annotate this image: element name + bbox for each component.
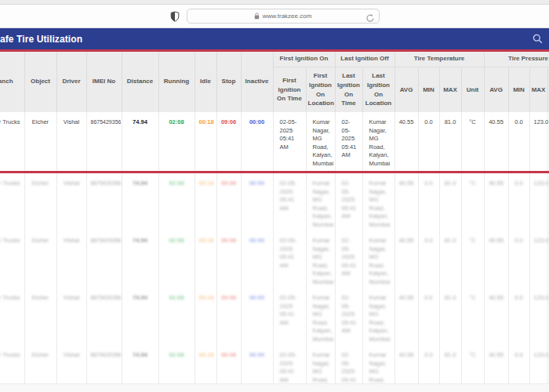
table-cell: 0.0 — [510, 113, 529, 127]
table-cell: °C — [463, 346, 483, 360]
table-row-blurred: Eicher TrucksEicherVishal8675429356..74.… — [0, 288, 549, 345]
table-cell: Eicher — [26, 346, 56, 360]
table-cell: 00:18 — [195, 230, 216, 288]
table-cell: 02:08 — [160, 289, 194, 303]
table-cell: Eicher Trucks — [0, 173, 24, 230]
table-cell: 0.0 — [420, 174, 438, 188]
table-cell: 40.55 — [396, 346, 417, 360]
column-header-tire-pressure-avg: AVG — [484, 67, 508, 113]
table-cell: 40.55 — [396, 113, 417, 127]
group-header-tire-temperature: Tire Temperature — [394, 51, 484, 67]
table-cell: 40.55 — [485, 174, 507, 188]
table-cell: Vishal — [58, 113, 85, 127]
table-cell: 02:08 — [160, 174, 194, 188]
column-header-tire-temperature-avg: AVG — [394, 67, 418, 113]
table-cell: 09:06 — [216, 288, 241, 345]
table-cell: Eicher — [26, 113, 56, 127]
table-cell: 123.0 — [531, 174, 547, 188]
table-cell: 00:00 — [242, 113, 272, 127]
shield-icon[interactable] — [170, 11, 180, 22]
table-cell: °C — [463, 231, 483, 245]
table-cell: 74.94 — [123, 174, 158, 188]
table-cell: Vishal — [58, 289, 85, 303]
column-header-first-ignition-on-first-ignition-on-time: First Ignition On Time — [273, 67, 306, 113]
table-cell: 00:00 — [242, 346, 272, 360]
table-cell: Kumar Nagar, MG Road, Kalyan, Mumbai — [364, 113, 394, 168]
table-cell: 0.0 — [510, 289, 529, 303]
table-cell: Eicher — [24, 112, 56, 173]
table-row-blurred: Eicher TrucksEicherVishal8675429356..74.… — [0, 173, 549, 230]
table-cell: 00:00 — [241, 112, 273, 173]
table-cell: Kumar Nagar, MG Road, Kalyan, Mumbai — [306, 173, 335, 230]
table-cell: 74.94 — [122, 230, 158, 288]
table-cell: 02:08 — [160, 231, 194, 245]
table-cell: Eicher — [24, 288, 56, 345]
table-cell: 02-05-2025 05:41 AM — [336, 174, 362, 221]
table-cell: 40.55 — [484, 173, 508, 230]
table-cell: 0.0 — [508, 288, 529, 345]
table-cell: 00:00 — [241, 288, 273, 345]
column-header-tire-temperature-unit: Unit — [461, 67, 484, 113]
table-cell: Kumar Nagar, MG Road, Kalyan, Mumbai — [362, 288, 394, 345]
table-cell: 00:00 — [241, 173, 273, 230]
table-cell: Kumar Nagar, MG Road, Kalyan, Mumbai — [306, 112, 335, 173]
page-title: afe Tire Utilization — [0, 34, 82, 45]
table-cell: 00:18 — [195, 112, 216, 173]
search-icon[interactable] — [533, 34, 543, 44]
table-cell: 00:18 — [196, 113, 216, 127]
table-cell: 02-05-2025 05:41 AM — [335, 112, 362, 173]
table-cell: Vishal — [58, 346, 85, 360]
table-cell: 02-05-2025 05:41 AM — [273, 112, 306, 173]
tire-utilization-table: BranchObjectDriverIMEI NoDistanceRunning… — [0, 51, 549, 392]
table-cell: 00:18 — [195, 288, 216, 345]
table-cell: 123.0 — [531, 113, 547, 127]
table-cell: Kumar Nagar, MG Road, Kalyan, Mumbai — [306, 230, 335, 288]
table-cell: 02-05-2025 05:41 AM — [273, 288, 306, 345]
url-text[interactable]: www.trakzee.com — [263, 13, 312, 20]
table-cell: 02-05-2025 05:41 AM — [274, 174, 305, 212]
browser-window: www.trakzee.com afe Tire Utilization Bra… — [0, 0, 549, 392]
table-cell: 00:18 — [196, 231, 216, 245]
column-header-tire-pressure-max: MAX — [529, 67, 547, 113]
table-cell: 02:08 — [158, 173, 195, 230]
column-header-object: Object — [24, 51, 56, 112]
reload-icon[interactable] — [365, 12, 375, 26]
table-cell: Eicher Trucks — [0, 230, 24, 288]
table-cell: Eicher — [26, 289, 56, 303]
table-cell: 8675429356.. — [88, 113, 121, 126]
table-cell: Kumar Nagar, MG Road, Kalyan, Mumbai — [306, 288, 335, 345]
table-cell: 40.55 — [394, 112, 418, 173]
table-cell: 81.0 — [441, 113, 460, 127]
table-cell: 123.0 — [529, 173, 547, 230]
group-header-last-ignition-off: Last Ignition Off — [335, 51, 394, 67]
table-cell: 8675429356.. — [86, 112, 122, 173]
group-header-tire-pressure: Tire Pressure — [484, 51, 549, 67]
table-cell: 09:06 — [216, 173, 241, 230]
table-cell: 81.0 — [439, 288, 461, 345]
table-cell: 09:06 — [218, 346, 240, 360]
table-cell: °C — [463, 113, 483, 127]
table-cell: 02-05-2025 05:41 AM — [274, 289, 305, 327]
table-cell: Vishal — [56, 112, 86, 173]
table-cell: 00:00 — [242, 231, 272, 245]
table-cell: 02:08 — [160, 113, 194, 127]
table-cell: 0.0 — [420, 231, 438, 245]
table-cell: Kumar Nagar, MG Road, Kalyan, Mumbai — [362, 173, 394, 230]
table-cell: 0.0 — [510, 231, 529, 245]
table-cell: 74.94 — [122, 112, 158, 173]
table-cell: 40.55 — [396, 289, 417, 303]
column-header-first-ignition-on-first-ignition-on-location: First Ignition On Location — [306, 67, 335, 113]
table-cell: 81.0 — [441, 289, 460, 303]
table-cell: 09:06 — [216, 112, 241, 173]
table-cell: Eicher — [24, 230, 56, 288]
table-cell: Vishal — [58, 174, 85, 188]
table-cell: 0.0 — [418, 112, 439, 173]
address-bar[interactable]: www.trakzee.com — [187, 9, 380, 24]
table-cell: 02-05-2025 05:41 AM — [273, 230, 306, 288]
table-cell: 02-05-2025 05:41 AM — [335, 230, 362, 288]
table-cell: 40.55 — [484, 288, 508, 345]
column-header-driver: Driver — [56, 51, 86, 112]
column-header-tire-temperature-min: MIN — [418, 67, 439, 113]
table-cell: 8675429356.. — [86, 230, 122, 288]
table-cell: °C — [463, 289, 483, 303]
